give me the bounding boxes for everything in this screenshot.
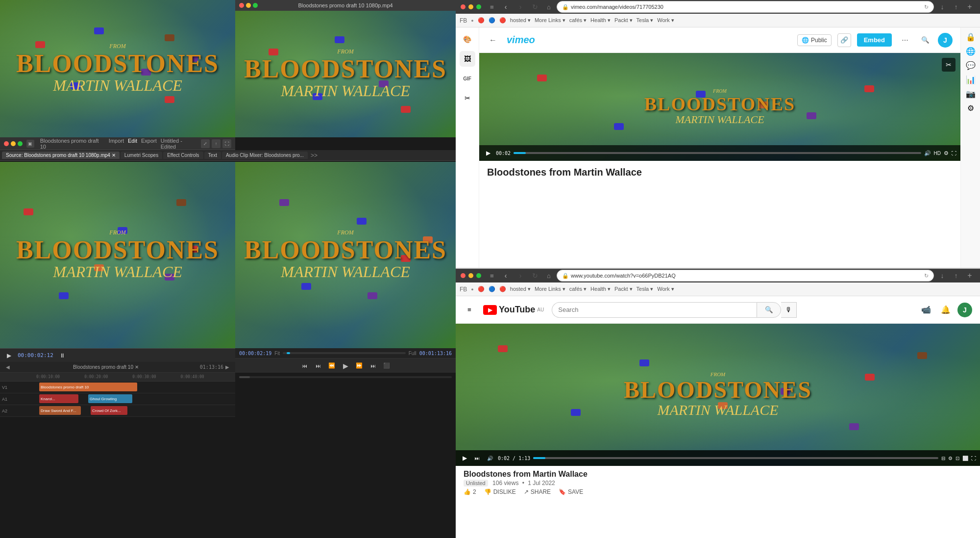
- vimeo-more-actions[interactable]: ···: [898, 33, 912, 48]
- yt-forward-btn[interactable]: ›: [514, 270, 526, 282]
- tab-effects[interactable]: Effect Controls: [163, 152, 203, 159]
- sidebar-icon-gif[interactable]: GIF: [460, 71, 475, 86]
- vimeo-play-btn[interactable]: ▶: [483, 148, 493, 158]
- vimeo-more-btn[interactable]: +: [964, 1, 975, 12]
- right-icon-chat[interactable]: 💬: [966, 61, 976, 70]
- src-btn-5[interactable]: ⏭: [368, 360, 378, 371]
- tab-overflow[interactable]: >>: [311, 152, 318, 159]
- sidebar-icon-image[interactable]: 🖼: [460, 51, 475, 67]
- yt-fullscreen-icon[interactable]: ⛶: [971, 456, 976, 461]
- yt-refresh-btn[interactable]: ↻: [529, 270, 541, 282]
- vimeo-avatar[interactable]: J: [938, 33, 953, 48]
- vimeo-settings-icon[interactable]: ⚙: [944, 150, 949, 156]
- right-icon-lock[interactable]: 🔒: [966, 32, 976, 42]
- vimeo-search-btn[interactable]: 🔍: [918, 33, 932, 47]
- right-icon-chart[interactable]: 📊: [966, 75, 976, 84]
- tab-audio[interactable]: Audio Clip Mixer: Bloodstones pro...: [222, 152, 308, 159]
- yt-download-btn[interactable]: ↓: [937, 270, 948, 281]
- yt-play-btn[interactable]: ▶: [460, 453, 469, 463]
- src-btn-6[interactable]: ⬛: [381, 360, 392, 371]
- vimeo-hd-icon[interactable]: HD: [934, 151, 941, 156]
- yt-bookmark-tesla[interactable]: Tesla ▾: [637, 286, 654, 292]
- bookmark-more[interactable]: More Links ▾: [535, 17, 565, 24]
- yt-home-btn[interactable]: ⌂: [544, 271, 554, 281]
- vimeo-download-btn[interactable]: ↓: [937, 1, 948, 12]
- yt-bookmark-hosted[interactable]: hosted ▾: [510, 286, 531, 292]
- yt-dot-green[interactable]: [476, 273, 481, 278]
- yt-notifications-btn[interactable]: 🔔: [938, 302, 954, 318]
- vimeo-share-btn[interactable]: ↑: [951, 1, 961, 12]
- premiere-share-btn[interactable]: ↑: [212, 139, 220, 148]
- vimeo-link-btn[interactable]: 🔗: [837, 33, 851, 47]
- sidebar-icon-scissors[interactable]: ✂: [460, 90, 475, 106]
- vimeo-dot-red[interactable]: [461, 4, 466, 9]
- src-btn-4[interactable]: ⏩: [354, 360, 365, 371]
- dot-red-tr[interactable]: [239, 3, 244, 8]
- bookmark-fb[interactable]: FB: [460, 17, 467, 24]
- yt-share-btn[interactable]: ↑: [951, 270, 961, 281]
- yt-search-btn[interactable]: 🔍: [757, 302, 781, 318]
- yt-bookmark-more[interactable]: More Links ▾: [535, 286, 565, 292]
- premiere-dot-red[interactable]: [4, 141, 9, 146]
- premiere-dot-yellow[interactable]: [11, 141, 16, 146]
- bookmark-work[interactable]: Work ▾: [657, 17, 674, 24]
- vimeo-address-bar[interactable]: 🔒 vimeo.com/manage/videos/717705230 ↻: [557, 1, 934, 13]
- yt-address-bar[interactable]: 🔒 www.youtube.com/watch?v=o66PyDB21AQ ↻: [557, 270, 934, 282]
- premiere-dot-green[interactable]: [18, 141, 23, 146]
- play-btn-bl[interactable]: ▶: [4, 351, 14, 360]
- yt-hamburger[interactable]: ≡: [464, 304, 475, 316]
- yt-share-action-btn[interactable]: ↗ SHARE: [524, 488, 551, 495]
- vimeo-back-btn[interactable]: ‹: [500, 1, 512, 13]
- right-icon-globe[interactable]: 🌐: [966, 47, 976, 56]
- vimeo-refresh-btn[interactable]: ↻: [529, 1, 541, 13]
- premiere-menu-edit[interactable]: Edit: [128, 138, 137, 150]
- yt-bookmark-cafes[interactable]: cafés ▾: [569, 286, 587, 292]
- vimeo-sidebar-toggle[interactable]: ≡: [487, 2, 497, 12]
- yt-bookmark-work[interactable]: Work ▾: [657, 286, 674, 292]
- tab-lumetri[interactable]: Lumetri Scopes: [121, 152, 162, 159]
- bookmark-tesla[interactable]: Tesla ▾: [637, 17, 654, 24]
- yt-theater-icon[interactable]: ⬜: [962, 456, 968, 461]
- vimeo-dot-yellow[interactable]: [468, 4, 473, 9]
- yt-bookmark-health[interactable]: Health ▾: [590, 286, 611, 292]
- tab-source[interactable]: Source: Bloodstones promo draft 10 1080p…: [2, 152, 120, 159]
- yt-subtitle-icon[interactable]: ⊟: [941, 456, 945, 461]
- bookmark-packt[interactable]: Packt ▾: [614, 17, 633, 24]
- pause-btn-bl[interactable]: ⏸: [57, 351, 67, 360]
- vimeo-volume-icon[interactable]: 🔊: [924, 150, 931, 156]
- right-icon-settings[interactable]: ⚙: [967, 103, 974, 113]
- src-btn-3[interactable]: ⏪: [326, 360, 337, 371]
- bookmark-hosted[interactable]: hosted ▾: [510, 17, 531, 24]
- yt-dislike-btn[interactable]: 👎 DISLIKE: [484, 488, 516, 495]
- dot-green-tr[interactable]: [253, 3, 258, 8]
- yt-upload-btn[interactable]: 📹: [918, 302, 934, 318]
- yt-progress-bar[interactable]: [533, 457, 938, 459]
- premiere-menu-import[interactable]: Import: [109, 138, 124, 150]
- premiere-expand-btn[interactable]: ⤢: [201, 139, 210, 148]
- yt-sidebar-toggle[interactable]: ≡: [487, 271, 497, 281]
- yt-skip-btn[interactable]: ⏭: [472, 453, 482, 463]
- vimeo-forward-btn[interactable]: ›: [514, 1, 526, 13]
- vimeo-fullscreen-icon[interactable]: ⛶: [952, 151, 956, 156]
- dot-yellow-tr[interactable]: [246, 3, 251, 8]
- vimeo-dot-green[interactable]: [476, 4, 481, 9]
- premiere-fullscreen-btn[interactable]: ⛶: [222, 139, 231, 148]
- vimeo-progress-bar[interactable]: [514, 152, 921, 154]
- yt-mini-icon[interactable]: ⊡: [956, 456, 959, 461]
- src-btn-2[interactable]: ⏭: [313, 360, 323, 371]
- vimeo-embed-btn[interactable]: Embed: [857, 33, 892, 47]
- bookmark-health[interactable]: Health ▾: [590, 17, 611, 24]
- yt-settings-icon[interactable]: ⚙: [948, 456, 953, 461]
- yt-back-btn[interactable]: ‹: [500, 270, 512, 282]
- right-icon-camera[interactable]: 📷: [966, 89, 976, 99]
- vimeo-public-badge[interactable]: 🌐 Public: [797, 34, 832, 46]
- yt-more-btn[interactable]: +: [964, 270, 975, 281]
- yt-like-btn[interactable]: 👍 2: [464, 488, 476, 495]
- yt-bookmark-fb[interactable]: FB: [460, 286, 467, 293]
- src-btn-1[interactable]: ⏮: [299, 360, 310, 371]
- timeline-arrow-right[interactable]: ▶: [223, 363, 231, 371]
- yt-search-input[interactable]: [552, 302, 757, 318]
- vimeo-back-nav[interactable]: ←: [487, 34, 499, 46]
- yt-dot-red[interactable]: [461, 273, 466, 278]
- yt-volume-btn[interactable]: 🔊: [485, 453, 495, 463]
